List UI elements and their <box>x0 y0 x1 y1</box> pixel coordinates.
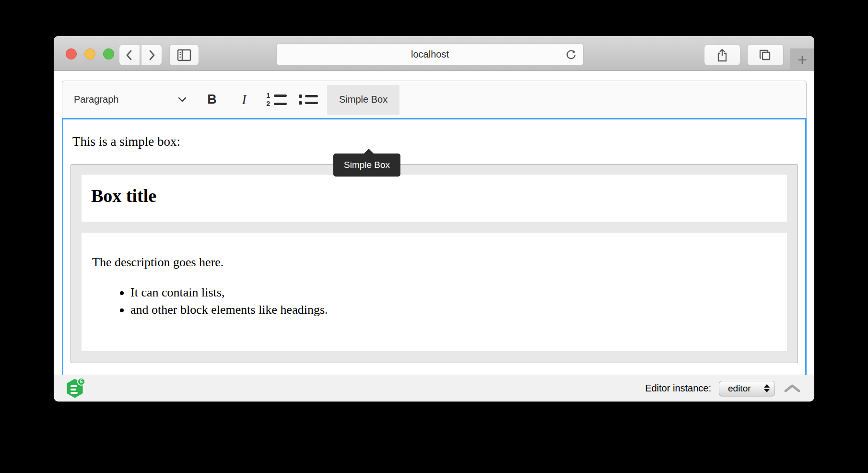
chevron-down-icon <box>177 96 187 103</box>
chevron-right-icon <box>146 49 157 61</box>
selected-instance-value: editor <box>728 383 751 394</box>
url-text: localhost <box>411 49 449 60</box>
page-content: Paragraph B I 1 2 <box>54 71 814 375</box>
share-icon <box>716 48 728 62</box>
forward-button[interactable] <box>141 44 162 66</box>
address-bar[interactable]: localhost <box>276 43 584 66</box>
heading-dropdown[interactable]: Paragraph <box>74 85 192 115</box>
box-title-heading[interactable]: Box title <box>82 175 787 206</box>
simple-box-button-label: Simple Box <box>339 94 387 105</box>
refresh-icon[interactable] <box>565 48 577 61</box>
window-controls <box>66 48 114 59</box>
italic-button[interactable]: I <box>231 85 258 115</box>
editor-editable-area[interactable]: This is a simple box: Box title The desc… <box>62 118 807 375</box>
simple-box-description-area[interactable]: The description goes here. It can contai… <box>82 233 787 351</box>
list-item[interactable]: It can contain lists, <box>130 284 787 301</box>
bulleted-list-icon <box>299 95 318 105</box>
editor-instance-select[interactable]: editor <box>719 381 775 396</box>
chevron-left-icon <box>124 49 135 61</box>
close-window-button[interactable] <box>66 48 77 59</box>
sidebar-icon <box>176 48 192 62</box>
heading-dropdown-value: Paragraph <box>74 94 118 105</box>
expand-inspector-button[interactable] <box>783 381 802 396</box>
numbered-list-button[interactable]: 1 2 <box>263 85 290 115</box>
share-button[interactable] <box>704 44 740 66</box>
browser-titlebar: localhost <box>54 36 814 71</box>
list-item[interactable]: and other block elements like headings. <box>130 301 787 319</box>
minimize-window-button[interactable] <box>84 48 95 59</box>
description-paragraph[interactable]: The description goes here. <box>82 233 787 270</box>
italic-icon: I <box>242 92 246 107</box>
description-list: It can contain lists, and other block el… <box>92 284 787 319</box>
zoom-window-button[interactable] <box>103 48 114 59</box>
toolbar-button-group: B I 1 2 Simple <box>199 85 399 115</box>
back-button[interactable] <box>119 44 140 66</box>
tooltip-text: Simple Box <box>344 160 390 170</box>
select-arrows-icon <box>764 384 770 392</box>
editor-instance-label: Editor instance: <box>645 383 711 394</box>
show-all-tabs-button[interactable] <box>747 44 784 66</box>
simple-box-widget[interactable]: Box title The description goes here. It … <box>70 164 798 363</box>
bulleted-list-button[interactable] <box>295 85 322 115</box>
browser-window: localhost <box>54 36 814 402</box>
simple-box-button[interactable]: Simple Box <box>327 85 399 115</box>
ckeditor5-logo: 5 <box>66 378 85 399</box>
chevron-up-icon <box>784 384 801 393</box>
bold-icon: B <box>207 92 217 107</box>
intro-paragraph[interactable]: This is a simple box: <box>70 134 798 149</box>
new-tab-button[interactable]: + <box>790 48 814 71</box>
plus-icon: + <box>798 50 807 69</box>
inspector-controls: Editor instance: editor <box>645 381 802 396</box>
sidebar-toggle-button[interactable] <box>169 44 199 66</box>
bold-button[interactable]: B <box>199 85 225 115</box>
version-badge: 5 <box>77 378 85 386</box>
simple-box-title-area[interactable]: Box title <box>82 175 787 222</box>
inspector-bar: 5 Editor instance: editor <box>54 375 814 402</box>
simple-box-tooltip: Simple Box <box>333 154 400 177</box>
numbered-list-icon: 1 2 <box>266 93 287 106</box>
editor-toolbar: Paragraph B I 1 2 <box>62 81 807 118</box>
tabs-overview-icon <box>758 48 773 62</box>
